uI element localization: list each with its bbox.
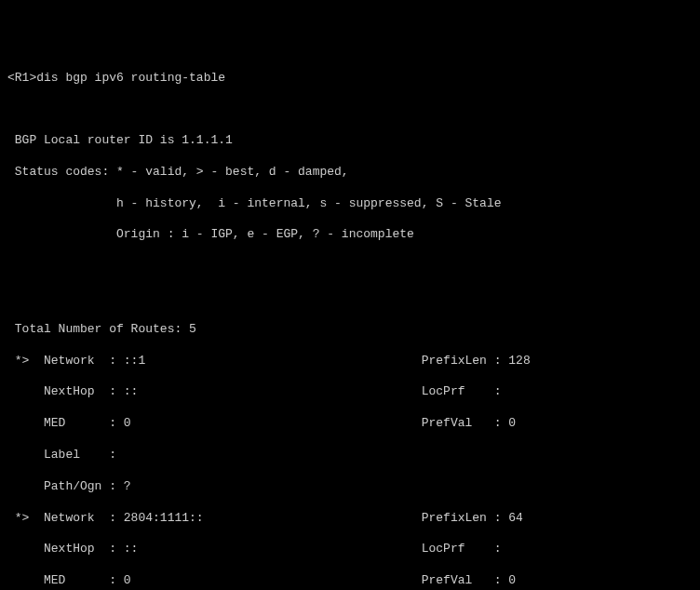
route1-med: MED : 0 PrefVal : 0 [7,416,693,432]
blank [7,259,693,275]
route1-pathogn: Path/Ogn : ? [7,479,693,495]
status-codes-line3: Origin : i - IGP, e - EGP, ? - incomplet… [7,227,693,243]
route2-network: *> Network : 2804:1111:: PrefixLen : 64 [7,511,693,527]
status-codes-line1: Status codes: * - valid, > - best, d - d… [7,165,693,181]
status-codes-line2: h - history, i - internal, s - suppresse… [7,196,693,212]
blank [7,290,693,306]
bgp-router-id: BGP Local router ID is 1.1.1.1 [7,133,693,149]
route1-network: *> Network : ::1 PrefixLen : 128 [7,354,693,369]
route1-nexthop: NextHop : :: LocPrf : [7,384,693,400]
command-line: <R1>dis bgp ipv6 routing-table [7,71,693,87]
blank [7,101,693,117]
route1-label: Label : [7,448,693,463]
route2-med: MED : 0 PrefVal : 0 [7,573,693,589]
total-routes: Total Number of Routes: 5 [7,322,693,338]
route2-nexthop: NextHop : :: LocPrf : [7,542,693,557]
